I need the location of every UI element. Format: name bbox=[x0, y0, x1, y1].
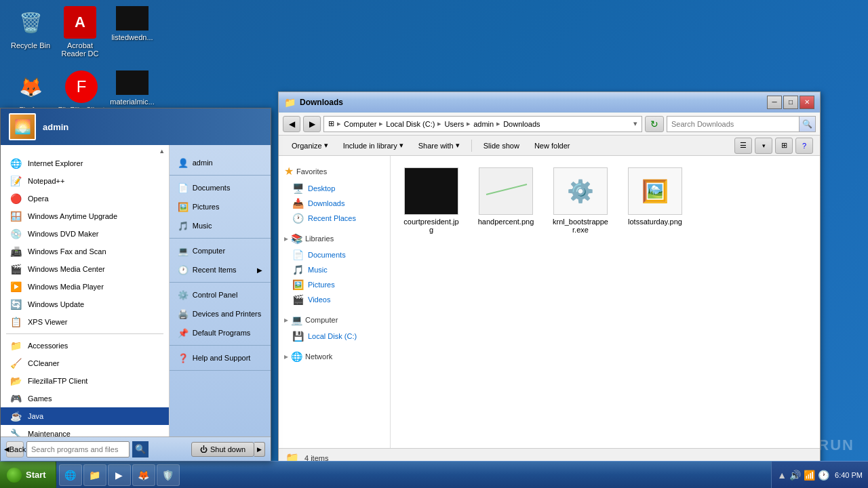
nav-item-music[interactable]: 🎵 Music bbox=[279, 262, 390, 277]
taskbar-item-explorer[interactable]: 📁 bbox=[83, 464, 106, 486]
taskbar-item-security[interactable]: 🛡️ bbox=[157, 464, 180, 486]
help-button[interactable]: ? bbox=[795, 138, 813, 154]
desktop-icon-material[interactable]: materialmic... bbox=[105, 68, 159, 108]
network-section[interactable]: ▸ 🌐 Network bbox=[279, 348, 390, 365]
menu-item-java[interactable]: ☕ Java bbox=[1, 407, 169, 425]
shutdown-arrow-button[interactable]: ▶ bbox=[254, 442, 265, 457]
desktop-nav-icon: 🖥️ bbox=[292, 183, 304, 194]
menu-item-opera[interactable]: 🔴 Opera bbox=[1, 190, 169, 207]
new-folder-button[interactable]: New folder bbox=[528, 138, 576, 153]
tray-icons: ▲ 🔊 📶 🕐 bbox=[777, 470, 829, 481]
computer-section[interactable]: ▸ 💻 Computer bbox=[279, 311, 390, 329]
tray-clock-icon: 🕐 bbox=[818, 470, 829, 481]
right-item-computer[interactable]: 💻 Computer bbox=[170, 241, 271, 260]
right-item-documents[interactable]: 📄 Documents bbox=[170, 178, 271, 197]
forward-button[interactable]: ▶ bbox=[303, 116, 321, 132]
maximize-button[interactable]: □ bbox=[783, 96, 798, 109]
menu-item-accessories[interactable]: 📁 Accessories bbox=[1, 337, 169, 354]
menu-item-windows-fax[interactable]: 📠 Windows Fax and Scan bbox=[1, 243, 169, 260]
include-library-button[interactable]: Include in library ▾ bbox=[337, 138, 410, 153]
path-computer[interactable]: ⊞ bbox=[328, 119, 334, 128]
nav-item-downloads[interactable]: 📥 Downloads bbox=[279, 196, 390, 211]
desktop-icon-acrobat[interactable]: A Acrobat Reader DC bbox=[53, 3, 107, 60]
right-item-recent[interactable]: 🕐 Recent Items ▶ bbox=[170, 260, 271, 279]
right-item-default[interactable]: 📌 Default Programs bbox=[170, 323, 271, 342]
search-input[interactable] bbox=[667, 120, 799, 128]
window-titlebar[interactable]: 📁 Downloads ─ □ ✕ bbox=[279, 92, 820, 113]
right-item-devices[interactable]: 🖨️ Devices and Printers bbox=[170, 304, 271, 323]
right-item-help[interactable]: ❓ Help and Support bbox=[170, 348, 271, 367]
search-box[interactable]: 🔍 bbox=[667, 116, 816, 132]
taskbar-item-firefox[interactable]: 🦊 bbox=[132, 464, 155, 486]
file-item-lotssaturday[interactable]: 🖼️ lotssaturday.png bbox=[621, 163, 689, 239]
path-admin[interactable]: admin bbox=[473, 120, 494, 128]
path-users[interactable]: Users bbox=[444, 120, 464, 128]
nav-item-desktop[interactable]: 🖥️ Desktop bbox=[279, 181, 390, 196]
share-with-label: Share with bbox=[418, 142, 454, 150]
view-dropdown-button[interactable]: ▾ bbox=[755, 138, 772, 154]
menu-item-windows-update[interactable]: 🔄 Windows Update bbox=[1, 296, 169, 313]
path-downloads[interactable]: Downloads bbox=[503, 120, 540, 128]
menu-item-windows-media-center[interactable]: 🎬 Windows Media Center bbox=[1, 260, 169, 278]
file-item-krnl[interactable]: ⚙️ krnl_bootstrapper.exe bbox=[547, 163, 614, 239]
menu-item-maintenance[interactable]: 🔧 Maintenance bbox=[1, 425, 169, 436]
share-with-button[interactable]: Share with ▾ bbox=[412, 138, 466, 153]
path-computer-label[interactable]: Computer bbox=[344, 120, 376, 128]
menu-item-notepadpp[interactable]: 📝 Notepad++ bbox=[1, 172, 169, 190]
menu-item-windows-anytime[interactable]: 🪟 Windows Anytime Upgrade bbox=[1, 207, 169, 225]
file-item-courtpresident[interactable]: courtpresident.jpg bbox=[397, 163, 465, 239]
file-item-handpercent[interactable]: handpercent.png bbox=[472, 163, 540, 239]
address-bar: ◀ ▶ ⊞ ▸ Computer ▸ Local Disk (C:) ▸ Use… bbox=[279, 113, 820, 136]
shutdown-icon: ⏻ bbox=[200, 445, 208, 453]
start-menu-footer: ◀ Back 🔍 ⏻ Shut down ▶ bbox=[1, 436, 271, 461]
scroll-up-button[interactable]: ▲ bbox=[157, 148, 167, 155]
slide-show-button[interactable]: Slide show bbox=[477, 138, 526, 153]
close-button[interactable]: ✕ bbox=[800, 96, 814, 109]
view-details-button[interactable]: ⊞ bbox=[775, 138, 793, 154]
nav-item-videos[interactable]: 🎬 Videos bbox=[279, 292, 390, 307]
address-path[interactable]: ⊞ ▸ Computer ▸ Local Disk (C:) ▸ Users ▸… bbox=[323, 116, 642, 132]
pictures-nav-label: Pictures bbox=[308, 281, 335, 289]
menu-item-windows-media-player[interactable]: ▶️ Windows Media Player bbox=[1, 278, 169, 296]
path-localdisk[interactable]: Local Disk (C:) bbox=[386, 120, 435, 128]
libraries-section[interactable]: ▸ 📚 Libraries bbox=[279, 230, 390, 247]
menu-item-windows-dvd[interactable]: 💿 Windows DVD Maker bbox=[1, 225, 169, 243]
menu-item-games[interactable]: 🎮 Games bbox=[1, 390, 169, 407]
taskbar-item-ie[interactable]: 🌐 bbox=[59, 464, 82, 486]
nav-item-localdisk[interactable]: 💾 Local Disk (C:) bbox=[279, 329, 390, 344]
tray-network-icon[interactable]: 📶 bbox=[804, 470, 815, 481]
right-item-control-panel[interactable]: ⚙️ Control Panel bbox=[170, 285, 271, 304]
start-search-input[interactable] bbox=[26, 441, 130, 458]
refresh-button[interactable]: ↻ bbox=[645, 116, 664, 132]
right-item-admin[interactable]: 👤 admin bbox=[170, 153, 271, 172]
back-button[interactable]: ◀ bbox=[283, 116, 300, 132]
start-search-button[interactable]: 🔍 bbox=[132, 441, 149, 458]
right-computer-icon: 💻 bbox=[178, 245, 189, 256]
computer-nav-label: Computer bbox=[305, 316, 338, 324]
menu-item-xps[interactable]: 📋 XPS Viewer bbox=[1, 313, 169, 331]
favorites-section[interactable]: ★ Favorites bbox=[279, 161, 390, 181]
right-item-music[interactable]: 🎵 Music bbox=[170, 216, 271, 235]
minimize-button[interactable]: ─ bbox=[767, 96, 782, 109]
desktop-icon-listedwed[interactable]: listedwedn... bbox=[105, 3, 159, 44]
shutdown-button[interactable]: ⏻ Shut down bbox=[191, 442, 254, 457]
desktop-icon-recycle-bin[interactable]: 🗑️ Recycle Bin bbox=[3, 3, 58, 52]
tray-expand-icon[interactable]: ▲ bbox=[777, 470, 787, 481]
nav-item-recent[interactable]: 🕐 Recent Places bbox=[279, 211, 390, 226]
nav-item-pictures[interactable]: 🖼️ Pictures bbox=[279, 277, 390, 292]
search-button[interactable]: 🔍 bbox=[799, 117, 815, 131]
menu-item-internet-explorer[interactable]: 🌐 Internet Explorer bbox=[1, 155, 169, 172]
tray-volume-icon[interactable]: 🔊 bbox=[789, 470, 801, 481]
nav-item-documents[interactable]: 📄 Documents bbox=[279, 247, 390, 262]
right-item-pictures[interactable]: 🖼️ Pictures bbox=[170, 197, 271, 216]
menu-item-ccleaner[interactable]: 🧹 CCleaner bbox=[1, 354, 169, 372]
organize-button[interactable]: Organize ▾ bbox=[285, 138, 334, 153]
taskbar-item-media[interactable]: ▶ bbox=[108, 464, 131, 486]
back-start-button[interactable]: ◀ Back bbox=[6, 441, 24, 458]
start-button[interactable]: Start bbox=[0, 462, 56, 488]
right-recent-icon: 🕐 bbox=[178, 264, 189, 275]
menu-item-filezilla-ftp[interactable]: 📂 FilezillaFTP Client bbox=[1, 372, 169, 390]
windows-media-player-label: Windows Media Player bbox=[28, 283, 104, 291]
right-pictures-label: Pictures bbox=[193, 203, 220, 211]
view-list-button[interactable]: ☰ bbox=[734, 138, 752, 154]
